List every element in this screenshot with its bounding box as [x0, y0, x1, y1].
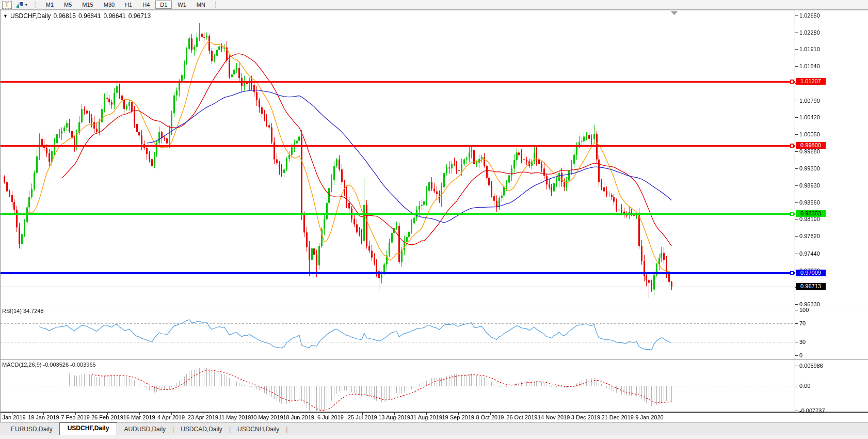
status-strip — [0, 435, 868, 439]
timeframe-button-m15[interactable]: M15 — [77, 1, 98, 9]
toolbar-grip — [215, 2, 218, 8]
toolbar: T ▾ M1M5M15M30H1H4D1W1MN — [0, 0, 868, 10]
timeframe-button-h1[interactable]: H1 — [120, 1, 137, 9]
mt4-window: T ▾ M1M5M15M30H1H4D1W1MN ▼USDCHF,Daily0.… — [0, 0, 868, 439]
timeframe-button-mn[interactable]: MN — [192, 1, 210, 9]
arrange-icon — [16, 2, 24, 8]
timeframe-button-m30[interactable]: M30 — [99, 1, 119, 9]
chart-tab-usdcad[interactable]: USDCAD,Daily — [174, 424, 229, 435]
toolbar-grip — [35, 2, 37, 8]
tab-divider: | — [286, 426, 287, 435]
chart-tab-usdcnh[interactable]: USDCNH,Daily — [231, 424, 286, 435]
timeframe-toolbar: M1M5M15M30H1H4D1W1MN — [41, 1, 211, 9]
timeframe-button-d1[interactable]: D1 — [155, 1, 172, 9]
chart-canvas[interactable] — [0, 0, 868, 439]
timeframe-button-m5[interactable]: M5 — [59, 1, 76, 9]
chart-tab-usdchf[interactable]: USDCHF,Daily — [59, 422, 118, 435]
chevron-down-icon: ▾ — [25, 3, 27, 7]
chart-tab-audusd[interactable]: AUDUSD,Daily — [117, 424, 172, 435]
timeframe-button-h4[interactable]: H4 — [138, 1, 154, 9]
timeframe-button-w1[interactable]: W1 — [173, 1, 191, 9]
chart-tab-bar: EURUSD,DailyUSDCHF,DailyAUDUSD,Daily|USD… — [0, 422, 868, 435]
chart-tab-eurusd[interactable]: EURUSD,Daily — [4, 424, 59, 435]
text-label-tool-button[interactable]: T — [2, 1, 12, 9]
arrange-charts-button[interactable]: ▾ — [16, 2, 27, 8]
timeframe-button-m1[interactable]: M1 — [41, 1, 58, 9]
